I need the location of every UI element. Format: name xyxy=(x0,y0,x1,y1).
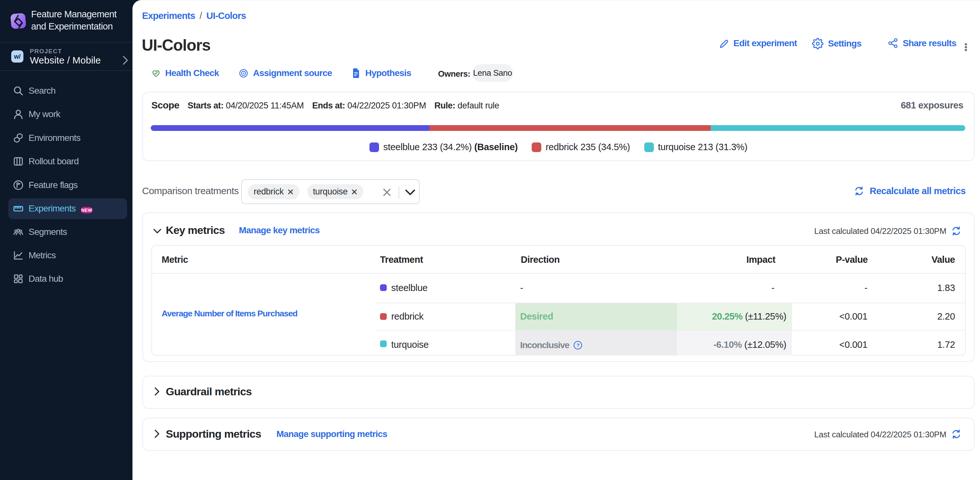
svg-text:?: ? xyxy=(577,342,579,348)
